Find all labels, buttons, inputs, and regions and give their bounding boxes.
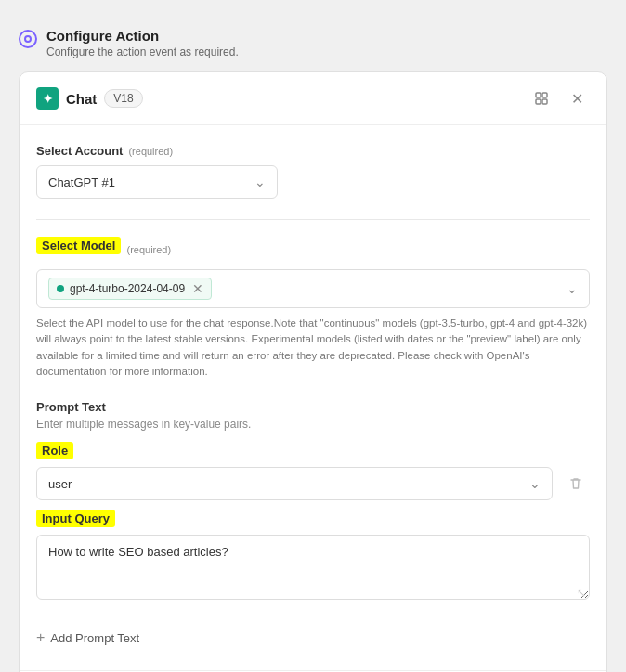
model-tag-dot	[57, 285, 64, 292]
model-help-text: Select the API model to use for the chat…	[36, 316, 590, 380]
model-dropdown[interactable]: gpt-4-turbo-2024-04-09 ✕ ⌄	[36, 269, 590, 308]
page-title: Configure Action	[46, 28, 239, 44]
model-tag-label: gpt-4-turbo-2024-04-09	[70, 282, 185, 295]
account-dropdown[interactable]: ChatGPT #1 ⌄	[36, 165, 278, 199]
svg-rect-3	[542, 99, 547, 104]
card-header-right: ✕	[528, 85, 590, 111]
model-chevron-icon: ⌄	[567, 281, 578, 296]
expand-icon[interactable]	[528, 85, 554, 111]
version-badge: V18	[104, 89, 142, 108]
select-model-section: Select Model (required) gpt-4-turbo-2024…	[36, 237, 590, 380]
card-header-left: ✦ Chat V18	[36, 87, 143, 110]
model-label-highlight: Select Model	[36, 237, 121, 254]
plus-icon: +	[36, 629, 45, 646]
add-prompt-button[interactable]: + Add Prompt Text	[36, 624, 139, 652]
close-icon[interactable]: ✕	[564, 85, 590, 111]
prompt-text-title: Prompt Text	[36, 400, 590, 414]
query-textarea[interactable]	[36, 535, 590, 600]
role-row: user ⌄	[36, 467, 590, 500]
query-label-highlight: Input Query	[36, 510, 115, 527]
prompt-text-section: Prompt Text Enter multiple messages in k…	[36, 400, 590, 603]
model-tag-close-icon[interactable]: ✕	[192, 281, 203, 296]
resize-handle-icon: ⤡	[577, 587, 586, 600]
role-dropdown[interactable]: user ⌄	[36, 467, 553, 500]
add-prompt-label: Add Prompt Text	[50, 631, 139, 645]
role-chevron-icon: ⌄	[529, 476, 541, 491]
card-header: ✦ Chat V18 ✕	[20, 72, 606, 125]
account-value: ChatGPT #1	[48, 175, 115, 189]
delete-role-button[interactable]	[562, 470, 590, 498]
chevron-down-icon: ⌄	[254, 174, 266, 189]
card-title: Chat	[66, 91, 97, 107]
page-subtitle: Configure the action event as required.	[46, 45, 239, 58]
query-textarea-wrapper: ⤡	[36, 535, 590, 603]
model-required-badge: (required)	[126, 244, 171, 255]
card-body: Select Account (required) ChatGPT #1 ⌄ S…	[20, 125, 606, 670]
role-label-highlight: Role	[36, 442, 73, 459]
required-badge: (required)	[128, 146, 173, 157]
select-account-section: Select Account (required) ChatGPT #1 ⌄	[36, 144, 590, 199]
model-tag: gpt-4-turbo-2024-04-09 ✕	[48, 278, 212, 300]
main-card: ✦ Chat V18 ✕	[19, 71, 607, 672]
configure-icon	[19, 30, 37, 48]
chat-icon: ✦	[36, 87, 59, 110]
svg-rect-0	[536, 93, 541, 97]
svg-rect-2	[536, 99, 541, 104]
role-value: user	[48, 477, 72, 491]
prompt-text-subtitle: Enter multiple messages in key-value pai…	[36, 418, 590, 431]
select-model-label: Select Model (required)	[36, 237, 590, 262]
select-account-label: Select Account (required)	[36, 144, 590, 158]
configure-header: Configure Action Configure the action ev…	[19, 28, 607, 58]
divider	[36, 219, 590, 220]
svg-rect-1	[542, 93, 547, 97]
